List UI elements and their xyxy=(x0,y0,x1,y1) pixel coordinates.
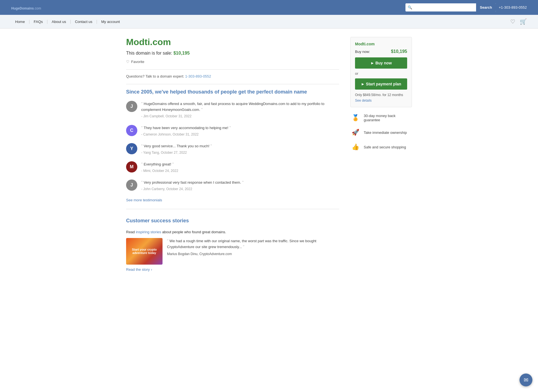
testimonial-author: - Yang Tang, October 27, 2022 xyxy=(141,150,212,155)
header: HugeDomains.com 🔍 Search +1-303-893-0552 xyxy=(0,0,538,15)
success-intro: Read inspiring stories about people who … xyxy=(126,230,339,234)
testimonial-author: - Jim Campbell, October 31, 2022 xyxy=(141,114,339,119)
buy-now-button[interactable]: ► Buy now xyxy=(355,57,407,69)
heart-icon: ♡ xyxy=(126,60,129,64)
trust-badge: 🚀 Take immediate ownership xyxy=(350,127,412,137)
expert-phone-link[interactable]: 1-303-893-0552 xyxy=(185,74,211,78)
site-logo: HugeDomains.com xyxy=(11,4,41,11)
favorite-button[interactable]: ♡ Favorite xyxy=(126,60,144,64)
story-image: Start your crypto adventure today xyxy=(126,238,163,265)
success-title: Customer success stories xyxy=(126,218,339,224)
nav-links: Home | FAQs | About us | Contact us | My… xyxy=(11,19,124,24)
quote-close: " xyxy=(209,144,212,148)
testimonial-text: " HugeDomains offered a smooth, fair, an… xyxy=(141,101,339,119)
search-wrap: 🔍 Search xyxy=(405,3,496,11)
trust-icon: 👍 xyxy=(350,142,360,152)
testimonial-item: C " They have been very accommodating to… xyxy=(126,125,339,137)
trust-label: Safe and secure shopping xyxy=(364,145,406,149)
trust-icon: 🏅 xyxy=(350,113,360,123)
wishlist-icon[interactable]: ♡ xyxy=(510,18,515,25)
header-right: 🔍 Search +1-303-893-0552 xyxy=(405,3,527,11)
domain-price: $10,195 xyxy=(173,51,190,55)
logo-tld: .com xyxy=(34,6,41,10)
testimonial-item: M " Everything great! " - Mimi, October … xyxy=(126,161,339,173)
buy-panel: Modti.com Buy now: $10,195 ► Buy now or … xyxy=(350,37,412,107)
trust-icon: 🚀 xyxy=(350,127,360,137)
trust-badge: 👍 Safe and secure shopping xyxy=(350,142,412,152)
domain-name: Modti.com xyxy=(126,37,339,47)
nav-myaccount[interactable]: My account xyxy=(97,20,124,24)
avatar: M xyxy=(126,161,137,172)
right-column: Modti.com Buy now: $10,195 ► Buy now or … xyxy=(350,37,412,272)
trust-badges: 🏅 30-day money back guarantee 🚀 Take imm… xyxy=(350,113,412,152)
quote-open: " xyxy=(141,125,144,130)
testimonials-title: Since 2005, we've helped thousands of pe… xyxy=(126,89,339,95)
questions-text: Questions? Talk to a domain expert: 1-30… xyxy=(126,74,339,78)
testimonial-author: - Cameron Johnson, October 31, 2022 xyxy=(141,132,231,137)
nav-icons: ♡ 🛒 xyxy=(510,18,527,25)
testimonial-text: " Everything great! " - Mimi, October 24… xyxy=(141,161,178,173)
main-content: Modti.com This domain is for sale: $10,1… xyxy=(115,29,423,280)
quote-open: " xyxy=(141,162,144,166)
testimonial-item: J " HugeDomains offered a smooth, fair, … xyxy=(126,101,339,119)
quote-open: " xyxy=(141,101,144,106)
avatar: C xyxy=(126,125,137,136)
testimonial-text: " They have been very accommodating to h… xyxy=(141,125,231,137)
see-more-testimonials[interactable]: See more testimonials xyxy=(126,198,162,202)
search-input[interactable] xyxy=(414,4,476,11)
story-quote: " We had a rough time with our original … xyxy=(167,238,339,250)
quote-close: " xyxy=(200,107,203,112)
search-button[interactable]: Search xyxy=(476,3,496,11)
quote-close: " xyxy=(171,162,174,166)
quote-open: " xyxy=(141,144,144,148)
main-nav: Home | FAQs | About us | Contact us | My… xyxy=(0,15,538,29)
buy-now-label: Buy now: xyxy=(355,50,370,54)
quote-close: " xyxy=(228,125,231,130)
panel-price: $10,195 xyxy=(391,49,407,54)
cart-icon[interactable]: 🛒 xyxy=(520,18,527,25)
see-details-link[interactable]: See details xyxy=(355,99,372,102)
quote-close: " xyxy=(241,180,244,185)
for-sale-text: This domain is for sale: $10,195 xyxy=(126,51,339,56)
inspiring-stories-link[interactable]: inspiring stories xyxy=(136,230,161,234)
testimonials-list: J " HugeDomains offered a smooth, fair, … xyxy=(126,101,339,192)
header-phone: +1-303-893-0552 xyxy=(499,5,527,10)
search-icon: 🔍 xyxy=(405,4,414,11)
trust-label: 30-day money back guarantee xyxy=(364,114,412,122)
payment-plan-button[interactable]: ► Start payment plan xyxy=(355,78,407,90)
story-content: " We had a rough time with our original … xyxy=(167,238,339,256)
avatar: J xyxy=(126,101,137,112)
divider-3 xyxy=(126,209,339,209)
testimonial-author: - Mimi, October 24, 2022 xyxy=(141,168,178,173)
divider-2 xyxy=(126,84,339,84)
panel-domain-name: Modti.com xyxy=(355,42,407,46)
nav-home[interactable]: Home xyxy=(11,20,29,24)
testimonial-item: J " Very professional very fast response… xyxy=(126,179,339,192)
trust-label: Take immediate ownership xyxy=(364,130,407,135)
logo-text: HugeDomains xyxy=(11,6,34,10)
read-story-link[interactable]: Read the story › xyxy=(126,267,152,272)
story-author: Marius Bogdan Dinu, CryptoAdventure.com xyxy=(167,252,339,256)
left-column: Modti.com This domain is for sale: $10,1… xyxy=(126,37,339,272)
nav-about[interactable]: About us xyxy=(48,20,70,24)
quote-open: " xyxy=(141,180,144,185)
story-block: Start your crypto adventure today " We h… xyxy=(126,238,339,265)
divider-1 xyxy=(126,69,339,70)
nav-contact[interactable]: Contact us xyxy=(71,20,96,24)
success-stories-section: Customer success stories Read inspiring … xyxy=(126,218,339,271)
nav-faqs[interactable]: FAQs xyxy=(30,20,47,24)
testimonial-item: Y " Very good service... Thank you so mu… xyxy=(126,143,339,155)
testimonial-text: " Very professional very fast response w… xyxy=(141,179,244,192)
monthly-text: Only $849.58/mo. for 12 months xyxy=(355,93,407,97)
avatar: J xyxy=(126,179,137,191)
avatar: Y xyxy=(126,143,137,154)
testimonial-text: " Very good service... Thank you so much… xyxy=(141,143,212,155)
trust-badge: 🏅 30-day money back guarantee xyxy=(350,113,412,123)
buy-now-row: Buy now: $10,195 xyxy=(355,49,407,54)
or-text: or xyxy=(355,71,407,76)
chevron-right-icon: › xyxy=(151,267,152,272)
testimonial-author: - John Carberry, October 24, 2022 xyxy=(141,186,244,192)
